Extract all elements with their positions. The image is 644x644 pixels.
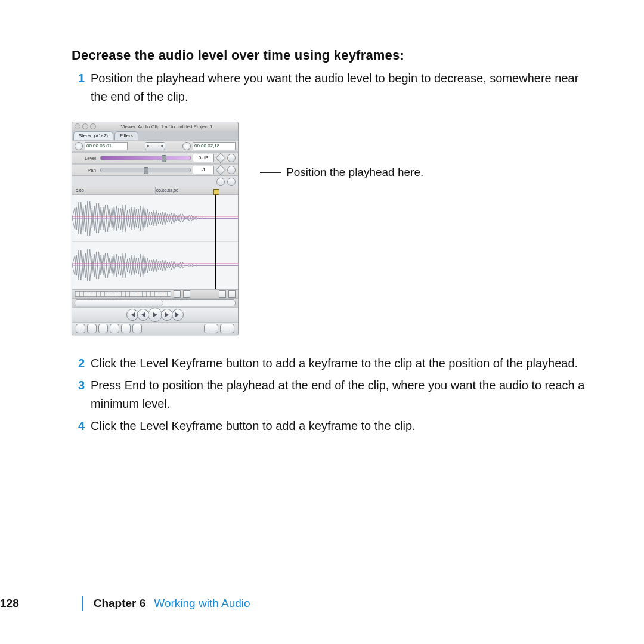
- waveform-left: [72, 195, 238, 242]
- add-marker-button[interactable]: [110, 324, 119, 333]
- step-number: 1: [72, 69, 85, 88]
- timecode-duration[interactable]: 00:00:02;18: [193, 142, 236, 150]
- level-keyframe-button[interactable]: [216, 153, 226, 163]
- clock-icon: [75, 142, 83, 150]
- ruler-mark: 00:00:02;00: [156, 188, 178, 193]
- go-to-in-button[interactable]: [126, 309, 138, 321]
- minimize-icon[interactable]: [82, 123, 88, 129]
- mark-in-button[interactable]: [121, 324, 131, 333]
- step-2: 2 Click the Level Keyframe button to add…: [72, 354, 590, 373]
- horizontal-scrollbar[interactable]: [75, 299, 236, 306]
- clock-icon: [182, 142, 191, 150]
- drag-hand-icon[interactable]: [227, 178, 236, 186]
- section-heading: Decrease the audio level over time using…: [72, 48, 590, 63]
- level-label: Level: [75, 156, 98, 161]
- pan-keyframe-button[interactable]: [216, 165, 226, 175]
- transport-controls: [72, 307, 238, 322]
- figure-callout: Position the playhead here.: [260, 166, 423, 179]
- ruler-mark: 0:00: [76, 188, 84, 193]
- viewer-footer: [72, 322, 238, 335]
- step-number: 4: [72, 417, 85, 435]
- step-list: 1 Position the playhead where you want t…: [72, 69, 590, 106]
- match-frame-button[interactable]: [87, 324, 97, 333]
- play-button[interactable]: [148, 308, 162, 322]
- window-titlebar: Viewer: Audio Clip 1.aif in Untitled Pro…: [72, 122, 238, 131]
- play-around-button[interactable]: [161, 309, 173, 321]
- pan-label: Pan: [75, 168, 98, 173]
- step-number: 3: [72, 376, 85, 395]
- close-icon[interactable]: [75, 123, 80, 129]
- scrollbar-row: [72, 298, 238, 307]
- level-value[interactable]: 0 dB: [193, 154, 214, 162]
- window-title: Viewer: Audio Clip 1.aif in Untitled Pro…: [98, 124, 236, 129]
- zoom-icon[interactable]: [90, 123, 96, 129]
- mark-in-icon[interactable]: [219, 290, 226, 298]
- timecode-row: 00:00:03;01 00:00:02;18: [72, 140, 238, 152]
- play-in-to-out-button[interactable]: [137, 309, 149, 321]
- drag-hand-icon[interactable]: [216, 178, 225, 186]
- waveform-right: [72, 242, 238, 289]
- level-row: Level 0 dB: [72, 152, 238, 164]
- viewer-tabs: Stereo (a1a2) Filters: [72, 131, 238, 140]
- zoom-ruler: [72, 289, 238, 298]
- mark-out-button[interactable]: [132, 324, 142, 333]
- chapter-title: Working with Audio: [154, 597, 250, 610]
- playhead[interactable]: [215, 195, 216, 289]
- mark-out-icon[interactable]: [228, 290, 236, 298]
- step-text: Position the playhead where you want the…: [91, 69, 590, 106]
- playhead-handle-icon[interactable]: [213, 189, 219, 195]
- tab-filters[interactable]: Filters: [114, 131, 138, 140]
- gang-sync-button[interactable]: [220, 324, 234, 333]
- step-text: Press End to position the playhead at th…: [91, 376, 590, 413]
- pan-value[interactable]: -1: [193, 166, 214, 174]
- callout-line: [260, 172, 281, 173]
- go-to-out-button[interactable]: [172, 309, 184, 321]
- zoom-fit-icon[interactable]: [145, 142, 165, 150]
- page-footer: 128 Chapter 6 Working with Audio: [0, 596, 250, 611]
- mark-clip-button[interactable]: [98, 324, 108, 333]
- step-1: 1 Position the playhead where you want t…: [72, 69, 590, 106]
- reset-pan-button[interactable]: [227, 166, 236, 174]
- pan-row: Pan -1: [72, 164, 238, 176]
- step-4: 4 Click the Level Keyframe button to add…: [72, 417, 590, 435]
- reset-level-button[interactable]: [227, 154, 236, 162]
- level-slider[interactable]: [100, 156, 191, 160]
- step-number: 2: [72, 354, 85, 373]
- tab-stereo[interactable]: Stereo (a1a2): [73, 131, 113, 140]
- footer-rule: [82, 596, 83, 611]
- timecode-current[interactable]: 00:00:03;01: [85, 142, 128, 150]
- prev-edit-button[interactable]: [174, 290, 181, 298]
- next-edit-button[interactable]: [183, 290, 190, 298]
- zoom-ticks: [75, 291, 171, 297]
- audio-viewer-window: Viewer: Audio Clip 1.aif in Untitled Pro…: [72, 122, 239, 335]
- waveform-area[interactable]: [72, 195, 238, 289]
- step-text: Click the Level Keyframe button to add a…: [91, 354, 590, 373]
- step-text: Click the Level Keyframe button to add a…: [91, 417, 590, 435]
- recent-clips-button[interactable]: [76, 324, 85, 333]
- view-popup-button[interactable]: [204, 324, 218, 333]
- callout-text: Position the playhead here.: [286, 166, 423, 179]
- page-number: 128: [0, 597, 19, 610]
- pan-slider[interactable]: [100, 168, 191, 172]
- chapter-label: Chapter 6: [94, 597, 146, 610]
- step-3: 3 Press End to position the playhead at …: [72, 376, 590, 413]
- scrollbar-thumb[interactable]: [75, 300, 163, 306]
- step-list-cont: 2 Click the Level Keyframe button to add…: [72, 354, 590, 435]
